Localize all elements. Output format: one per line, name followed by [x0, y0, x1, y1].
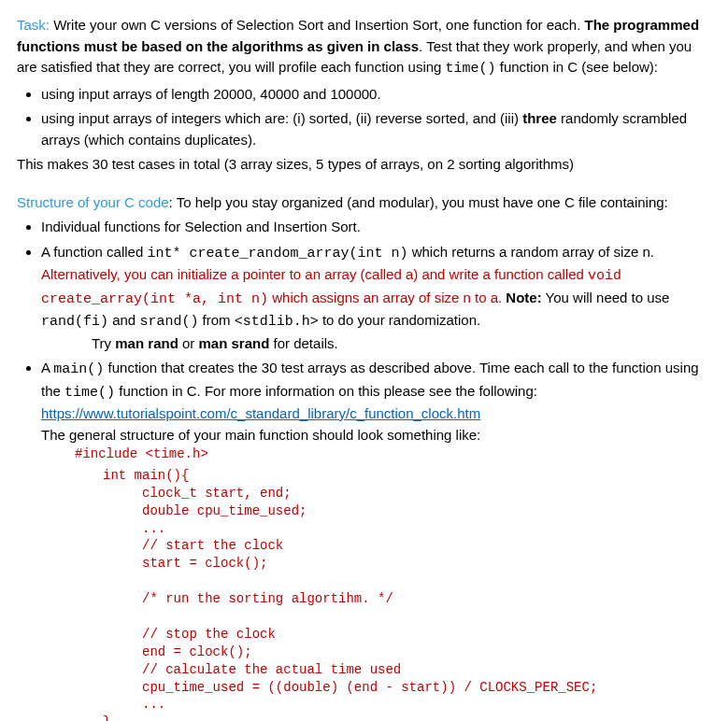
structure-b2-code3: srand() [139, 314, 198, 330]
structure-b3-code1: main() [53, 361, 104, 377]
structure-b2-code2: rand(fi) [41, 314, 108, 330]
list-item: using input arrays of integers which are… [41, 108, 711, 150]
structure-b1: Individual functions for Selection and I… [41, 219, 361, 234]
try-b2: man srand [198, 335, 269, 351]
structure-label: Structure of your C code [17, 194, 169, 210]
structure-b3-a: A [41, 360, 53, 375]
structure-b3-link-row: https://www.tutorialspoint.com/c_standar… [41, 403, 711, 425]
try-b1: man rand [115, 335, 178, 351]
task-intro-a: Write your own C versions of Selection S… [50, 17, 585, 33]
task-intro-c: function in C (see below): [496, 59, 658, 75]
structure-paragraph: Structure of your C code: To help you st… [17, 192, 711, 214]
task-bullet-list: using input arrays of length 20000, 4000… [41, 84, 711, 151]
structure-b2-c: You will need to use [542, 290, 670, 305]
code-body: int main(){ clock_t start, end; double c… [103, 467, 711, 721]
structure-b2-b: which returns a random array of size n. [407, 244, 653, 260]
task-intro-code: time() [446, 61, 496, 77]
list-item: Individual functions for Selection and I… [41, 217, 711, 238]
tutorial-link[interactable]: https://www.tutorialspoint.com/c_standar… [41, 405, 480, 421]
try-c: for details. [269, 335, 337, 351]
structure-bullet-list: Individual functions for Selection and I… [41, 217, 711, 463]
structure-b2-f: to do your randomization. [319, 312, 480, 328]
structure-b2-d: and [108, 312, 139, 328]
structure-b2-try: Try man rand or man srand for details. [92, 333, 711, 355]
structure-intro: : To help you stay organized (and modula… [169, 194, 668, 210]
structure-b3-code2: time() [64, 385, 115, 401]
structure-b2-note: Note: [506, 290, 541, 305]
structure-b2-code4: <stdlib.h> [235, 314, 319, 330]
task-bullet-1: using input arrays of length 20000, 4000… [41, 86, 381, 102]
list-item: using input arrays of length 20000, 4000… [41, 84, 711, 106]
structure-b2-a: A function called [41, 244, 147, 260]
structure-b2-e: from [198, 312, 234, 328]
try-a: Try [92, 335, 115, 351]
structure-b3-d: The general structure of your main funct… [41, 425, 711, 446]
task-label: Task: [17, 17, 50, 33]
task-closing: This makes 30 test cases in total (3 arr… [17, 154, 711, 176]
structure-b2-red-b: which assigns an array of size n to a. [268, 290, 506, 305]
list-item: A main() function that creates the 30 te… [41, 358, 711, 463]
structure-b3-c: function in C. For more information on t… [115, 383, 537, 399]
structure-b2-red-a: Alternatively, you can initialize a poin… [41, 266, 588, 282]
try-b: or [178, 335, 199, 351]
list-item: A function called int* create_random_arr… [41, 242, 711, 355]
task-bullet-2-bold: three [522, 110, 557, 126]
structure-b2-code1: int* create_random_array(int n) [147, 246, 407, 262]
task-paragraph: Task: Write your own C versions of Selec… [17, 15, 711, 80]
code-include: #include <time.h> [75, 445, 711, 463]
task-bullet-2a: using input arrays of integers which are… [41, 110, 522, 126]
